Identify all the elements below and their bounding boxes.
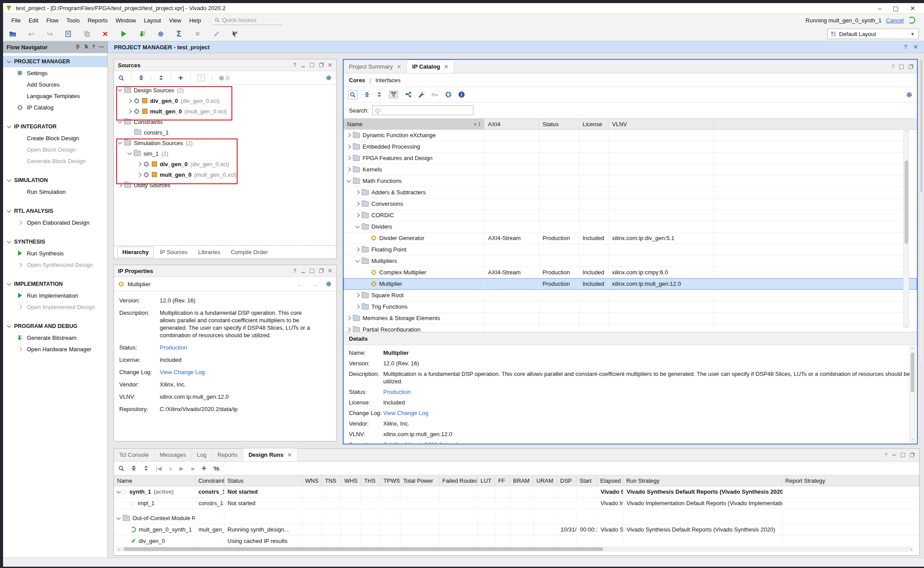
caret-expanded-icon[interactable] <box>7 239 11 244</box>
tab-cores[interactable]: Cores <box>349 77 365 84</box>
close-icon[interactable]: ✕ <box>913 44 918 50</box>
caret-collapsed-icon[interactable] <box>356 293 360 298</box>
caret-expanded-icon[interactable] <box>347 178 351 182</box>
catalog-row[interactable]: CORDIC <box>344 210 917 221</box>
maximize-panel-icon[interactable] <box>901 453 905 457</box>
close-panel-icon[interactable]: ✕ <box>328 62 332 68</box>
caret-collapsed-icon[interactable] <box>356 190 360 195</box>
chevron-right-icon[interactable] <box>18 347 22 351</box>
delete-icon[interactable]: × <box>101 29 110 38</box>
chevron-right-icon[interactable] <box>18 220 22 225</box>
close-tab-icon[interactable]: ✕ <box>397 64 401 70</box>
close-icon[interactable]: ✕ <box>910 5 915 12</box>
design-run-row[interactable]: ✔div_gen_0Using cached IP results <box>114 535 919 547</box>
run-column-wns[interactable]: WNS <box>302 475 322 486</box>
catalog-row[interactable]: Multipliers <box>344 255 917 267</box>
add-sources-icon[interactable]: + <box>178 73 183 83</box>
catalog-row[interactable]: Floating Point <box>344 244 917 255</box>
maximize-panel-icon[interactable] <box>310 63 314 67</box>
add-ip-icon[interactable] <box>405 91 411 98</box>
tree-row[interactable]: sim_1 (2) <box>114 148 336 159</box>
run-column-tns[interactable]: TNS <box>322 475 341 486</box>
scroll-up-icon[interactable]: ⌃ <box>904 130 909 135</box>
chevron-right-icon[interactable] <box>18 262 22 267</box>
close-tab-icon[interactable]: ✕ <box>287 452 292 458</box>
caret-expanded-icon[interactable] <box>117 489 121 493</box>
caret-expanded-icon[interactable] <box>356 224 360 228</box>
info-icon[interactable]: i <box>458 91 465 98</box>
run-column-bram[interactable]: BRAM <box>510 475 533 486</box>
menu-item-view[interactable]: View <box>165 15 185 25</box>
caret-expanded-icon[interactable] <box>118 119 122 124</box>
caret-collapsed-icon[interactable] <box>128 109 132 113</box>
caret-expanded-icon[interactable] <box>118 87 122 92</box>
maximize-panel-icon[interactable] <box>310 269 314 273</box>
caret-expanded-icon[interactable] <box>7 178 11 182</box>
tree-row[interactable]: div_gen_0 (div_gen_0.xci) <box>114 95 336 106</box>
copy-icon[interactable] <box>82 29 91 38</box>
caret-collapsed-icon[interactable] <box>356 248 360 252</box>
sidebar-item-open-hardware-manager[interactable]: Open Hardware Manager <box>3 343 107 355</box>
catalog-row[interactable]: Memories & Storage Elements <box>344 313 917 324</box>
settings-gear-icon[interactable] <box>906 91 913 98</box>
collapse-all-icon[interactable] <box>131 466 136 471</box>
catalog-row[interactable]: Math Functions <box>344 175 917 187</box>
catalog-row[interactable]: Trig Functions <box>344 301 917 313</box>
menu-item-edit[interactable]: Edit <box>25 15 42 25</box>
sidebar-item-run-implementation[interactable]: Run Implementation <box>3 290 107 301</box>
create-run-icon[interactable]: + <box>202 463 206 473</box>
sidebar-item-create-block-design[interactable]: Create Block Design <box>3 132 107 144</box>
caret-collapsed-icon[interactable] <box>347 328 351 332</box>
catalog-row[interactable]: Kernels <box>344 164 917 175</box>
tab-project-summary[interactable]: Project Summary✕ <box>344 60 407 73</box>
help-icon[interactable]: ? <box>293 268 297 274</box>
run-column-constraints[interactable]: Constraints <box>195 475 224 486</box>
design-run-row[interactable]: impl_1constrs_1Not startedVivado Impleme… <box>114 498 919 509</box>
design-run-row[interactable]: synth_1 (active)constrs_1Not startedViva… <box>114 486 919 498</box>
open-folder-icon[interactable] <box>8 29 17 38</box>
caret-collapsed-icon[interactable] <box>347 133 351 138</box>
sidebar-item-settings[interactable]: Settings <box>3 67 107 79</box>
catalog-row[interactable]: Conversions <box>344 198 917 210</box>
tab-hierarchy[interactable]: Hierarchy <box>117 247 154 258</box>
caret-collapsed-icon[interactable] <box>356 213 360 218</box>
catalog-row[interactable]: Divider GeneratorAXI4-StreamProductionIn… <box>344 233 917 244</box>
close-tab-icon[interactable]: ✕ <box>444 64 448 70</box>
design-run-row[interactable]: mult_gen_0_synth_1mult_gen_0Running synt… <box>114 524 919 535</box>
help-icon[interactable]: ? <box>92 44 95 51</box>
caret-collapsed-icon[interactable] <box>356 202 360 206</box>
tab-design-runs[interactable]: Design Runs✕ <box>243 448 298 461</box>
scroll-down-icon[interactable]: ⌄ <box>904 323 909 327</box>
menu-item-reports[interactable]: Reports <box>84 15 112 25</box>
tab-interfaces[interactable]: Interfaces <box>375 77 400 84</box>
tab-ip-sources[interactable]: IP Sources <box>155 247 192 257</box>
sidebar-section-simulation[interactable]: SIMULATION <box>3 175 107 186</box>
scroll-up-icon[interactable]: ⌃ <box>910 347 915 352</box>
report-sigma-icon[interactable]: Σ <box>175 29 183 38</box>
menu-item-window[interactable]: Window <box>112 15 140 25</box>
sidebar-item-run-synthesis[interactable]: Run Synthesis <box>3 248 107 259</box>
column-header-vlnv[interactable]: VLNV <box>609 119 714 129</box>
run-column-dsp[interactable]: DSP <box>557 475 576 486</box>
chevron-right-icon[interactable] <box>18 305 22 309</box>
settings-gear-icon[interactable] <box>326 281 332 287</box>
catalog-row[interactable]: Adders & Subtracters <box>344 187 917 198</box>
tab-compile-order[interactable]: Compile Order <box>226 247 272 257</box>
scrollbar-thumb[interactable] <box>911 353 914 392</box>
run-icon[interactable] <box>119 29 128 38</box>
catalog-row[interactable]: Dynamic Function eXchange <box>344 130 917 141</box>
sidebar-item-add-sources[interactable]: Add Sources <box>3 79 107 90</box>
run-column-ths[interactable]: THS <box>361 475 380 486</box>
percent-icon[interactable]: % <box>213 465 219 472</box>
sidebar-item-open-elaborated-design[interactable]: Open Elaborated Design <box>3 217 107 228</box>
sidebar-item-generate-bitstream[interactable]: 0110Generate Bitstream <box>3 332 107 343</box>
float-panel-icon[interactable] <box>910 453 914 457</box>
scrollbar-thumb[interactable] <box>124 547 603 551</box>
tree-row[interactable]: Design Sources (2) <box>114 85 336 95</box>
report-document-icon[interactable] <box>64 29 73 38</box>
generate-bitstream-icon[interactable]: 0110 <box>138 29 147 38</box>
caret-expanded-icon[interactable] <box>7 324 11 328</box>
field-value-link[interactable]: Production <box>383 388 411 396</box>
run-column-report-strategy[interactable]: Report Strategy <box>782 475 919 486</box>
help-icon[interactable]: ? <box>884 452 887 458</box>
